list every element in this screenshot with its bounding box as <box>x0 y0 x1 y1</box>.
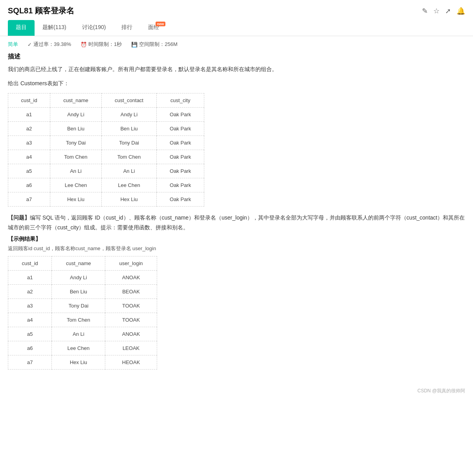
table-cell: HEOAK <box>105 355 157 369</box>
table-row: a7Hex LiuHEOAK <box>8 355 157 369</box>
table-cell: Oak Park <box>157 164 204 178</box>
col-cust-contact: cust_contact <box>101 93 156 107</box>
table-cell: Tom Chen <box>50 150 102 164</box>
result-table: cust_id cust_name user_login a1Andy LiAN… <box>8 256 157 370</box>
table-cell: a3 <box>8 298 52 313</box>
meta-bar: 简单 ✓ 通过率：39.38% ⏰ 时间限制：1秒 💾 空间限制：256M <box>0 36 473 53</box>
table-cell: Ben Liu <box>50 121 102 135</box>
tab-solution[interactable]: 题解(113) <box>35 20 74 36</box>
table-cell: a7 <box>8 192 50 206</box>
col-cust-id: cust_id <box>8 93 50 107</box>
col-cust-name: cust_name <box>50 93 102 107</box>
table-cell: a5 <box>8 327 52 341</box>
difficulty-label: 简单 <box>8 41 18 48</box>
table-row: a4Tom ChenTom ChenOak Park <box>8 150 204 164</box>
table-cell: Ben Liu <box>101 121 156 135</box>
table-row: a5An LiAn LiOak Park <box>8 164 204 178</box>
table-cell: Hex Liu <box>52 355 105 369</box>
table-row: a1Andy LiAndy LiOak Park <box>8 107 204 121</box>
table-cell: Lee Chen <box>101 178 156 192</box>
table-cell: a7 <box>8 355 52 369</box>
clock-icon: ⏰ <box>81 42 87 48</box>
desc-text2: 给出 Customers表如下： <box>8 79 465 88</box>
customers-table: cust_id cust_name cust_contact cust_city… <box>8 93 204 207</box>
table-cell: a6 <box>8 178 50 192</box>
table-cell: Tom Chen <box>52 313 105 327</box>
table-cell: Tony Dai <box>52 298 105 313</box>
table-row: a2Ben LiuBen LiuOak Park <box>8 121 204 135</box>
star-icon[interactable]: ☆ <box>433 7 440 15</box>
table-cell: An Li <box>101 164 156 178</box>
main-content: 描述 我们的商店已经上线了，正在创建顾客账户。所有用户都需要登录名，默认登录名是… <box>0 53 473 384</box>
table-cell: Andy Li <box>52 270 105 284</box>
table-cell: ANOAK <box>105 270 157 284</box>
table-cell: a2 <box>8 284 52 298</box>
table-row: a6Lee ChenLEOAK <box>8 341 157 355</box>
page-title: SQL81 顾客登录名 <box>8 5 74 16</box>
page-header: SQL81 顾客登录名 ✎ ☆ ➚ 🔔 <box>0 0 473 16</box>
col-cust-city: cust_city <box>157 93 204 107</box>
tab-discuss[interactable]: 讨论(190) <box>74 20 114 36</box>
table-cell: a1 <box>8 270 52 284</box>
table-cell: Hex Liu <box>50 192 102 206</box>
table-cell: Oak Park <box>157 107 204 121</box>
table-row: a7Hex LiuHex LiuOak Park <box>8 192 204 206</box>
table-cell: a5 <box>8 164 50 178</box>
table-cell: Andy Li <box>101 107 156 121</box>
share-icon[interactable]: ➚ <box>445 7 451 15</box>
res-col-cust-name: cust_name <box>52 256 105 270</box>
table-row: a5An LiANOAK <box>8 327 157 341</box>
question-text: 【问题】编写 SQL 语句，返回顾客 ID（cust_id）、顾客名称（cust… <box>8 213 465 233</box>
table-cell: Tony Dai <box>101 135 156 150</box>
desc-text1: 我们的商店已经上线了，正在创建顾客账户。所有用户都需要登录名，默认登录名是其名称… <box>8 65 465 74</box>
table-cell: a1 <box>8 107 50 121</box>
table-row: a2Ben LiuBEOAK <box>8 284 157 298</box>
table-cell: ANOAK <box>105 327 157 341</box>
table-cell: Ben Liu <box>52 284 105 298</box>
table-row: a6Lee ChenLee ChenOak Park <box>8 178 204 192</box>
table-cell: An Li <box>50 164 102 178</box>
table-cell: a2 <box>8 121 50 135</box>
tab-rank[interactable]: 排行 <box>114 20 140 36</box>
example-title: 【示例结果】 <box>8 236 465 243</box>
table-cell: a6 <box>8 341 52 355</box>
table-cell: BEOAK <box>105 284 157 298</box>
table-cell: Andy Li <box>50 107 102 121</box>
table-cell: a4 <box>8 150 50 164</box>
table-row: a4Tom ChenTOOAK <box>8 313 157 327</box>
table-cell: Oak Park <box>157 192 204 206</box>
table-cell: TOOAK <box>105 298 157 313</box>
checkmark-icon: ✓ <box>28 42 32 48</box>
table-cell: a3 <box>8 135 50 150</box>
table-cell: Lee Chen <box>50 178 102 192</box>
table-cell: Oak Park <box>157 135 204 150</box>
desc-section-title: 描述 <box>8 53 465 61</box>
example-desc: 返回顾客id cust_id，顾客名称cust_name，顾客登录名 user_… <box>8 245 465 252</box>
table-cell: a4 <box>8 313 52 327</box>
table-cell: LEOAK <box>105 341 157 355</box>
table-cell: Tom Chen <box>101 150 156 164</box>
table-cell: Oak Park <box>157 178 204 192</box>
res-col-cust-id: cust_id <box>8 256 52 270</box>
tab-bar: 题目 题解(113) 讨论(190) 排行 面经 new <box>0 20 473 36</box>
time-limit: ⏰ 时间限制：1秒 <box>81 41 122 48</box>
table-cell: Oak Park <box>157 121 204 135</box>
header-actions: ✎ ☆ ➚ 🔔 <box>422 7 465 15</box>
table-row: a1Andy LiANOAK <box>8 270 157 284</box>
bell-icon[interactable]: 🔔 <box>456 7 465 15</box>
edit-icon[interactable]: ✎ <box>422 7 428 15</box>
memory-icon: 💾 <box>131 42 138 48</box>
table-cell: Oak Park <box>157 150 204 164</box>
table-cell: Lee Chen <box>52 341 105 355</box>
pass-rate: ✓ 通过率：39.38% <box>28 41 71 48</box>
new-badge: new <box>156 22 166 26</box>
table-row: a3Tony DaiTony DaiOak Park <box>8 135 204 150</box>
table-cell: Tony Dai <box>50 135 102 150</box>
table-cell: TOOAK <box>105 313 157 327</box>
space-limit: 💾 空间限制：256M <box>131 41 178 48</box>
watermark: CSDN @我真的很帅阿 <box>0 384 473 398</box>
tab-interview[interactable]: 面经 new <box>140 20 167 36</box>
table-cell: An Li <box>52 327 105 341</box>
res-col-user-login: user_login <box>105 256 157 270</box>
tab-question[interactable]: 题目 <box>8 20 35 36</box>
